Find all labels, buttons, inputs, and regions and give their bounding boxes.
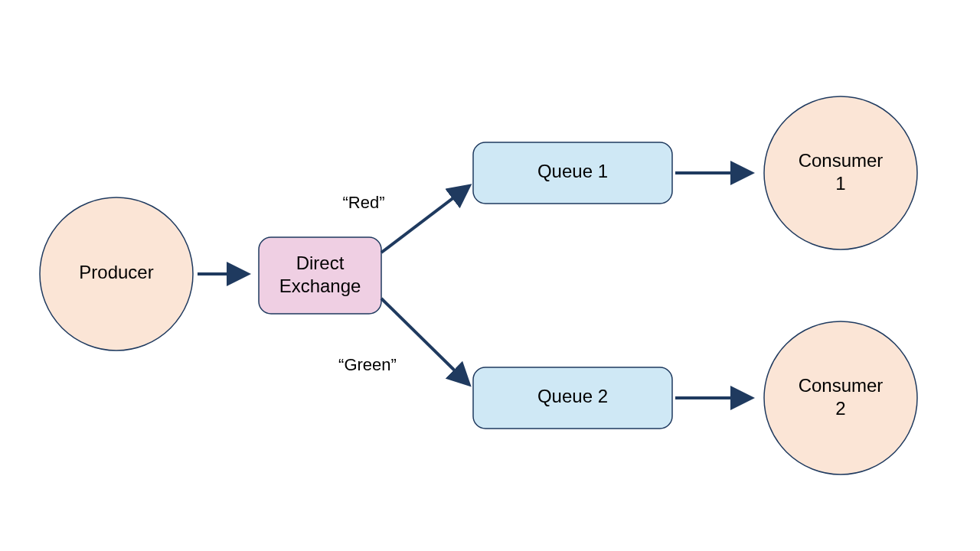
consumer-2-label-2: 2 (835, 398, 845, 419)
consumer-1-node: Consumer 1 (764, 96, 917, 249)
exchange-node: Direct Exchange (259, 237, 381, 314)
producer-node: Producer (40, 197, 193, 350)
exchange-label-1: Direct (296, 253, 345, 273)
queue-1-label: Queue 1 (537, 161, 608, 181)
consumer-2-node: Consumer 2 (764, 321, 917, 474)
queue-1-node: Queue 1 (473, 142, 672, 204)
producer-label: Producer (79, 262, 153, 282)
consumer-1-label-2: 1 (835, 173, 845, 194)
exchange-label-2: Exchange (279, 276, 361, 296)
arrow-exchange-queue1 (381, 187, 467, 253)
queue-2-node: Queue 2 (473, 367, 672, 429)
routing-key-2: “Green” (338, 355, 397, 374)
queue-2-label: Queue 2 (537, 386, 608, 406)
routing-key-1: “Red” (342, 193, 384, 212)
diagram-canvas: Producer Direct Exchange “Red” “Green” Q… (0, 0, 980, 551)
consumer-2-label-1: Consumer (799, 375, 884, 396)
consumer-1-label-1: Consumer (799, 150, 884, 171)
